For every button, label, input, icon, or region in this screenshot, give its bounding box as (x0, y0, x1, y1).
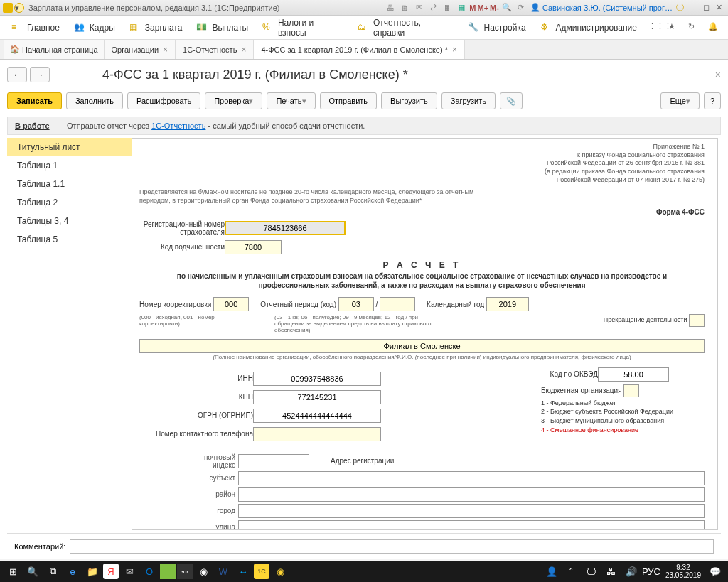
period-extra-input[interactable] (380, 297, 415, 311)
phone-input[interactable] (253, 427, 381, 441)
nav-back-button[interactable]: ← (7, 67, 27, 82)
cease-checkbox[interactable] (689, 314, 705, 327)
load-button[interactable]: Загрузить (441, 92, 496, 109)
menu-hr[interactable]: 👥Кадры (67, 16, 122, 39)
menu-main[interactable]: ≡Главное (4, 16, 67, 39)
user-name[interactable]: Савинская З.Ю. (Системный прог… (542, 4, 673, 12)
save-button[interactable]: Записать (7, 92, 62, 109)
inn-input[interactable] (253, 372, 381, 386)
menu-admin[interactable]: ⚙Администрирование (533, 16, 644, 39)
okved-input[interactable] (598, 367, 669, 382)
org-name-input[interactable] (139, 339, 705, 353)
fill-button[interactable]: Заполнить (66, 92, 123, 109)
info-icon[interactable]: ⓘ (674, 2, 685, 14)
app-menu-dropdown[interactable]: ▾ (14, 3, 24, 13)
edge-icon[interactable]: e (63, 562, 82, 581)
menu-taxes[interactable]: %Налоги и взносы (255, 16, 350, 39)
minimize-button[interactable]: — (687, 4, 700, 12)
print-button[interactable]: Печать (267, 92, 315, 109)
subject-input[interactable] (238, 471, 705, 485)
reporting-link[interactable]: 1С-Отчетность (151, 122, 205, 130)
close-icon[interactable]: × (163, 45, 168, 55)
attach-button[interactable]: 📎 (500, 92, 523, 109)
nav-forward-button[interactable]: → (30, 67, 50, 82)
sidebar-item-table2[interactable]: Таблица 2 (7, 193, 132, 212)
word-icon[interactable]: W (214, 562, 232, 581)
search-icon[interactable]: 🔍 (501, 2, 513, 14)
comment-input[interactable] (70, 539, 714, 554)
print-icon[interactable]: 🖶 (385, 2, 396, 14)
calendar-icon[interactable]: ▦ (456, 2, 467, 14)
tab-home[interactable]: 🏠 Начальная страница (4, 40, 105, 59)
1c-alt-icon[interactable]: ◉ (271, 562, 289, 581)
zip-input[interactable] (238, 454, 309, 468)
tab-active[interactable]: 4-ФСС за 1 квартал 2019 г. (Филиал в Смо… (254, 40, 465, 59)
sidebar-item-table1[interactable]: Таблица 1 (7, 156, 132, 175)
tray-lang[interactable]: РУС (642, 562, 660, 581)
close-page-button[interactable]: × (715, 69, 721, 80)
sidebar-item-title-page[interactable]: Титульный лист (7, 138, 132, 156)
reload-icon[interactable]: ⟳ (515, 2, 527, 14)
mail-icon[interactable]: ✉ (413, 2, 424, 14)
mail-taskbar-icon[interactable]: ✉ (120, 562, 139, 581)
m-minus-icon[interactable]: M- (490, 4, 499, 12)
period-input[interactable] (338, 297, 374, 311)
close-window-button[interactable]: ✕ (712, 3, 725, 12)
doc-icon[interactable]: 🗎 (399, 2, 410, 14)
outlook-icon[interactable]: O (140, 562, 159, 581)
send-button[interactable]: Отправить (320, 92, 378, 109)
status-label[interactable]: В работе (15, 122, 50, 130)
history-icon[interactable]: ↻ (688, 22, 700, 33)
user-icon[interactable]: 👤 (530, 2, 541, 14)
tray-monitor-icon[interactable]: 🖵 (582, 562, 601, 581)
close-icon[interactable]: × (241, 45, 246, 55)
check-button[interactable]: Проверка (205, 92, 262, 109)
tray-people-icon[interactable]: 👤 (542, 562, 561, 581)
close-icon[interactable]: × (452, 45, 457, 55)
chrome-icon[interactable]: ◉ (194, 562, 213, 581)
budget-input[interactable] (623, 384, 639, 397)
tray-clock[interactable]: 9:32 23.05.2019 (665, 564, 701, 579)
start-button[interactable]: ⊞ (4, 562, 22, 581)
more-button[interactable]: Еще (660, 92, 699, 109)
corr-input[interactable] (213, 297, 249, 311)
m-icon[interactable]: M (469, 4, 476, 12)
tab-org[interactable]: Организации× (105, 40, 176, 59)
sidebar-item-table1-1[interactable]: Таблица 1.1 (7, 175, 132, 193)
sub-code-input[interactable] (225, 240, 282, 254)
calc-icon[interactable]: 🖩 (441, 2, 453, 14)
tray-up-icon[interactable]: ˄ (562, 562, 581, 581)
zcx-icon[interactable]: зсх (177, 564, 193, 579)
compare-icon[interactable]: ⇄ (427, 2, 439, 14)
m-plus-icon[interactable]: M+ (477, 4, 488, 12)
help-button[interactable]: ? (704, 92, 721, 109)
tab-reporting[interactable]: 1С-Отчетность× (176, 40, 254, 59)
district-input[interactable] (238, 487, 705, 502)
tray-notifications-icon[interactable]: 💬 (706, 562, 724, 581)
sidebar-item-table5[interactable]: Таблица 5 (7, 230, 132, 249)
green-app-icon[interactable] (160, 564, 176, 579)
tray-network-icon[interactable]: 🖧 (602, 562, 621, 581)
ogrn-input[interactable] (253, 409, 381, 423)
menu-salary[interactable]: ▦Зарплата (122, 16, 190, 39)
menu-payments[interactable]: 💵Выплаты (189, 16, 255, 39)
city-input[interactable] (238, 504, 705, 518)
sidebar-item-table3-4[interactable]: Таблицы 3, 4 (7, 212, 132, 230)
form-scroll[interactable]: Приложение № 1 к приказу Фонда социально… (132, 139, 717, 529)
menu-settings[interactable]: 🔧Настройка (461, 16, 532, 39)
apps-icon[interactable]: ⋮⋮⋮ (648, 22, 660, 33)
search-taskbar-icon[interactable]: 🔍 (23, 562, 42, 581)
bell-icon[interactable]: 🔔 (708, 22, 719, 33)
yandex-icon[interactable]: Я (103, 564, 119, 579)
reg-number-input[interactable] (225, 221, 346, 235)
export-button[interactable]: Выгрузить (381, 92, 437, 109)
tray-volume-icon[interactable]: 🔊 (622, 562, 641, 581)
maximize-button[interactable]: ◻ (700, 3, 712, 12)
teamviewer-icon[interactable]: ↔ (234, 562, 252, 581)
decode-button[interactable]: Расшифровать (127, 92, 200, 109)
street-input[interactable] (238, 520, 705, 529)
1c-taskbar-icon[interactable]: 1C (254, 564, 269, 579)
taskview-icon[interactable]: ⧉ (43, 562, 62, 581)
kpp-input[interactable] (253, 390, 381, 404)
star-icon[interactable]: ★ (668, 22, 680, 33)
